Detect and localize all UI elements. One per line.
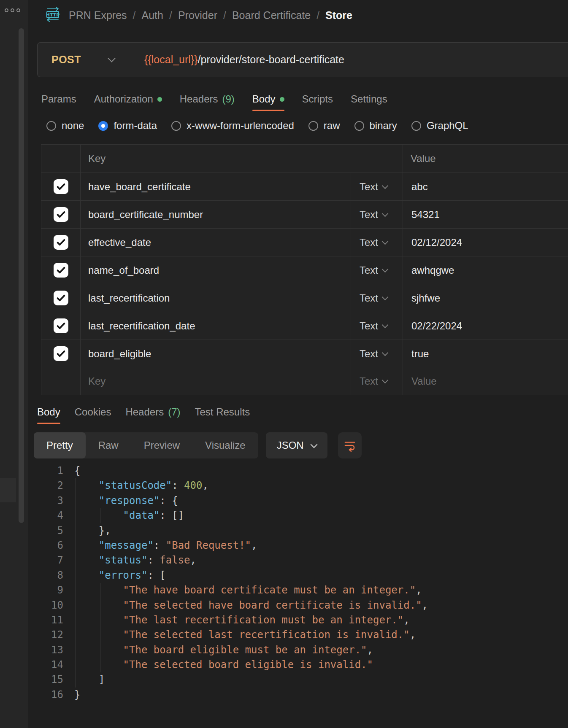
code-line: 11 "The last recertification must be an … [27,613,568,628]
value-input-placeholder[interactable]: Value [403,367,568,395]
response-tab-body[interactable]: Body [37,400,60,424]
row-checkbox[interactable] [54,346,68,361]
response-divider [27,398,568,398]
row-type-select[interactable]: Text [351,256,403,284]
row-checkbox[interactable] [54,207,68,222]
sidebar-collapsed-tab[interactable] [0,478,16,502]
code-line: 10 "The selected have board certificate … [27,598,568,613]
code-text: }, [74,525,111,537]
form-data-row: have_board_certificateTextabc [41,173,568,201]
request-tab-authorization[interactable]: Authorization [94,87,162,111]
row-type-select[interactable]: Text [351,201,403,228]
body-mode-x-www-form-urlencoded[interactable]: x-www-form-urlencoded [171,120,294,132]
row-value[interactable]: awhqgwe [403,256,568,284]
line-number: 11 [27,613,63,628]
chevron-down-icon[interactable] [108,54,115,62]
code-text: "The board eligible must be an integer."… [74,644,373,656]
response-tab-headers[interactable]: Headers(7) [125,400,180,424]
request-tab-scripts[interactable]: Scripts [302,87,333,111]
request-tab-settings[interactable]: Settings [351,87,387,111]
token-pun: , [202,480,208,491]
code-line: 7 "status": false, [27,553,568,568]
response-body: 1{2 "statusCode": 400,3 "response": {4 "… [27,464,568,728]
token-pun: , [190,554,196,566]
row-type-select[interactable]: Text [351,340,403,367]
line-number: 3 [27,493,63,508]
row-value[interactable]: sjhfwe [403,284,568,312]
url-input[interactable]: {{local_url}}/provider/store-board-certi… [144,54,344,66]
url-path: /provider/store-board-certificate [198,54,344,65]
token-pun: : { [160,495,178,507]
row-type-label: Text [360,292,378,304]
row-checkbox[interactable] [54,179,68,194]
row-key[interactable]: board_eligible [80,340,351,367]
token-pun [74,554,99,566]
row-value[interactable]: 02/22/2024 [403,312,568,340]
breadcrumb-item[interactable]: PRN Expres [69,9,127,22]
request-tab-params[interactable]: Params [41,87,76,111]
row-value[interactable]: abc [403,173,568,200]
body-mode-label: raw [324,120,340,132]
row-checkbox[interactable] [54,263,68,278]
token-str: "The selected last recertification is in… [123,629,410,641]
row-key[interactable]: last_recertification [80,284,351,312]
tab-label: Params [41,93,76,105]
row-key[interactable]: have_board_certificate [80,173,351,200]
code-text: "data": [] [74,510,184,521]
scrollbar[interactable] [19,28,24,523]
view-mode-pretty[interactable]: Pretty [34,432,86,458]
body-mode-form-data[interactable]: form-data [98,120,157,132]
method-selector[interactable]: POST [51,54,81,66]
body-mode-binary[interactable]: binary [354,120,397,132]
row-value[interactable]: 02/12/2024 [403,229,568,256]
token-pun: : [] [160,510,184,521]
row-key[interactable]: board_certificate_number [80,201,351,228]
view-mode-raw[interactable]: Raw [86,432,131,458]
row-type-select[interactable]: Text [351,229,403,256]
code-text: "message": "Bad Request!", [74,539,257,551]
body-mode-label: none [62,120,84,132]
body-mode-label: GraphQL [427,120,468,132]
row-type-select[interactable]: Text [351,312,403,340]
code-text: "The last recertification must be an int… [74,614,410,626]
row-type-select[interactable]: Text [351,367,403,395]
line-number: 7 [27,553,63,568]
body-mode-none[interactable]: none [46,120,84,132]
view-mode-visualize[interactable]: Visualize [192,432,258,458]
wrap-text-button[interactable] [338,432,362,458]
format-selector[interactable]: JSON [266,432,327,458]
row-checkbox[interactable] [54,318,68,333]
row-value[interactable]: true [403,340,568,367]
key-input-placeholder[interactable]: Key [80,367,351,395]
code-text: "statusCode": 400, [74,480,208,491]
code-line: 12 "The selected last recertification is… [27,628,568,642]
row-key[interactable]: last_recertification_date [80,312,351,340]
line-number: 1 [27,464,63,478]
tab-label: Headers [125,406,164,418]
response-tab-test-results[interactable]: Test Results [195,400,250,424]
body-mode-raw[interactable]: raw [308,120,340,132]
row-type-select[interactable]: Text [351,284,403,312]
view-mode-preview[interactable]: Preview [131,432,192,458]
row-checkbox[interactable] [54,291,68,305]
code-line: 4 "data": [] [27,508,568,523]
breadcrumb-separator: / [133,9,136,22]
request-tab-body[interactable]: Body [252,87,284,111]
response-tab-cookies[interactable]: Cookies [75,400,111,424]
row-key[interactable]: name_of_board [80,256,351,284]
row-type-label: Text [360,209,378,221]
request-tab-headers[interactable]: Headers(9) [180,87,235,111]
breadcrumb-item[interactable]: Auth [142,9,163,22]
row-checkbox[interactable] [54,235,68,250]
token-str: "The have board certificate must be an i… [123,584,416,596]
more-options-icon[interactable] [5,8,20,12]
token-key: "status" [99,554,148,566]
row-key[interactable]: effective_date [80,229,351,256]
row-value[interactable]: 54321 [403,201,568,228]
row-type-select[interactable]: Text [351,173,403,200]
token-pun [74,629,123,641]
breadcrumb-item[interactable]: Board Certificate [232,9,311,22]
code-text: "The selected have board certificate is … [74,599,428,611]
body-mode-graphql[interactable]: GraphQL [411,120,468,132]
breadcrumb-item[interactable]: Provider [178,9,217,22]
